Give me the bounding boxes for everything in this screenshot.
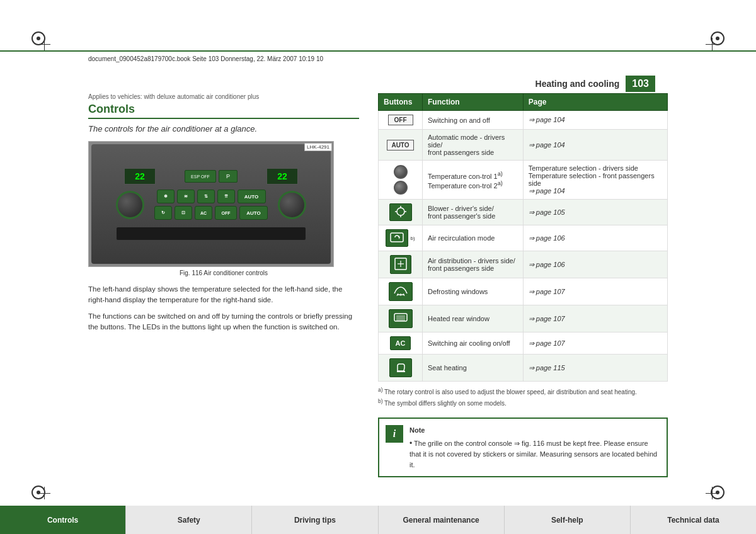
page-number: 103 — [626, 76, 655, 92]
nav-item-general-maintenance[interactable]: General maintenance — [379, 506, 505, 534]
page-cell-off: page 104 — [523, 111, 667, 130]
table-row: AUTO Automatic mode - drivers side/front… — [379, 130, 668, 161]
top-border-line — [0, 50, 756, 52]
button-cell-recirculation: b) — [379, 225, 423, 251]
body-paragraph-2: The functions can be switched on and off… — [88, 311, 359, 333]
reg-mark-tl — [32, 31, 45, 45]
ac-btn-auto2: AUTO — [239, 206, 268, 220]
ac-btn-off: OFF — [215, 206, 237, 220]
nav-item-safety[interactable]: Safety — [126, 506, 252, 534]
table-header-row: Buttons Function Page — [379, 94, 668, 111]
off-button-icon: OFF — [388, 115, 413, 125]
seat-heating-icon — [389, 358, 412, 377]
function-cell-distribution: Air distribution - drivers side/front pa… — [423, 251, 524, 278]
ac-image-container: 22 ESP OFF P 22 ❄ ≋ ⇅ ⇈ AUTO ↻ — [88, 141, 359, 267]
page-cell-temp: Temperature selection - drivers side Tem… — [523, 161, 667, 200]
function-cell-recirculation: Air recirculation mode — [423, 225, 524, 251]
defrost-icon — [389, 282, 413, 301]
page-cell-seat: page 115 — [523, 355, 667, 382]
button-cell-auto: AUTO — [379, 130, 423, 161]
function-cell-temp: Temperature con-trol 1a) Temperature con… — [423, 161, 524, 200]
temp-page-ref: page 104 — [529, 187, 565, 195]
table-row: b) Air recirculation mode page 106 — [379, 225, 668, 251]
function-cell-ac: Switching air cooling on/off — [423, 332, 524, 355]
function-cell-blower: Blower - driver's side/front passenger's… — [423, 200, 524, 225]
nav-item-driving-tips[interactable]: Driving tips — [252, 506, 378, 534]
document-info: document_0900452a8179700c.book Seite 103… — [88, 55, 323, 62]
recirculation-icon — [386, 229, 408, 247]
ac-right-display: 22 — [266, 168, 298, 185]
page-cell-recirculation: page 106 — [523, 225, 667, 251]
table-row: OFF Switching on and off page 104 — [379, 111, 668, 130]
ac-center-buttons: ❄ ≋ ⇅ ⇈ AUTO ↻ ⊡ AC OFF AUTO — [148, 190, 274, 220]
reg-mark-bl — [32, 486, 45, 499]
page-cell-ac: page 107 — [523, 332, 667, 355]
page-cell-distribution: page 106 — [523, 251, 667, 278]
page-cell-rear-window: page 107 — [523, 305, 667, 332]
page-header: Heating and cooling 103 — [536, 76, 655, 92]
nav-item-technical-data[interactable]: Technical data — [631, 506, 756, 534]
button-cell-distribution — [379, 251, 423, 278]
temp-function-2: Temperature selection - front passengers… — [529, 172, 662, 187]
page-cell-blower: page 105 — [523, 200, 667, 225]
features-table: Buttons Function Page OFF Switching on a… — [378, 93, 668, 382]
ac-right-knob — [278, 191, 306, 219]
ac-btn-3: ⇅ — [197, 190, 215, 203]
button-cell-blower — [379, 200, 423, 225]
function-cell-rear-window: Heated rear window — [423, 305, 524, 332]
ac-btn-ac: AC — [195, 206, 212, 220]
page-cell-auto: page 104 — [523, 130, 667, 161]
note-title: Note — [410, 425, 660, 436]
reg-mark-br — [711, 486, 724, 499]
ac-left-knob — [116, 191, 144, 219]
blower-icon — [389, 203, 412, 221]
ac-btn-6: ⊡ — [175, 206, 192, 220]
note-box: i Note • The grille on the control conso… — [378, 418, 668, 478]
temp-control-icons — [394, 165, 408, 195]
svg-rect-5 — [391, 233, 403, 242]
bottom-navigation: Controls Safety Driving tips General mai… — [0, 506, 756, 534]
button-cell-off: OFF — [379, 111, 423, 130]
table-row: Temperature con-trol 1a) Temperature con… — [379, 161, 668, 200]
ac-top-row: 22 ESP OFF P 22 — [124, 168, 298, 185]
body-paragraph-1: The left-hand display shows the temperat… — [88, 284, 359, 306]
button-cell-rear-window — [379, 305, 423, 332]
table-row: Heated rear window page 107 — [379, 305, 668, 332]
nav-item-controls[interactable]: Controls — [0, 506, 126, 534]
function-cell-off: Switching on and off — [423, 111, 524, 130]
ac-left-display: 22 — [124, 168, 156, 185]
ac-btn-2: ≋ — [177, 190, 195, 203]
temp-control-2-label: Temperature con-trol 2a) — [428, 180, 518, 190]
button-cell-defrost — [379, 278, 423, 305]
button-cell-ac: AC — [379, 332, 423, 355]
footnote-b: b) The symbol differs slightly on some m… — [378, 398, 668, 408]
temp-control-1-label: Temperature con-trol 1a) — [428, 171, 518, 180]
col-header-page: Page — [523, 94, 667, 111]
nav-item-self-help[interactable]: Self-help — [505, 506, 631, 534]
table-row: Seat heating page 115 — [379, 355, 668, 382]
knob-icon-1 — [394, 165, 408, 179]
svg-marker-6 — [399, 236, 400, 239]
knob-icon-2 — [394, 181, 408, 195]
footnotes: a) The rotary control is also used to ad… — [378, 387, 668, 409]
note-content: Note • The grille on the control console… — [410, 425, 660, 470]
ac-p-button: P — [219, 170, 238, 183]
footnote-a: a) The rotary control is also used to ad… — [378, 387, 668, 397]
ac-btn-auto: AUTO — [238, 190, 266, 203]
right-content-area: Buttons Function Page OFF Switching on a… — [378, 93, 668, 477]
note-text: • The grille on the control console ⇒ fi… — [410, 438, 660, 470]
section-title: Controls — [88, 103, 359, 119]
page-cell-defrost: page 107 — [523, 278, 667, 305]
function-cell-defrost: Defrosting windows — [423, 278, 524, 305]
distribution-icon — [390, 255, 411, 274]
ac-panel-graphic: 22 ESP OFF P 22 ❄ ≋ ⇅ ⇈ AUTO ↻ — [91, 144, 331, 264]
ac-image: 22 ESP OFF P 22 ❄ ≋ ⇅ ⇈ AUTO ↻ — [88, 141, 334, 267]
section-subtitle: The controls for the air conditioner at … — [88, 124, 359, 134]
col-header-buttons: Buttons — [379, 94, 423, 111]
rear-window-icon — [389, 309, 413, 328]
table-row: Air distribution - drivers side/front pa… — [379, 251, 668, 278]
auto-button-icon: AUTO — [387, 140, 413, 151]
col-header-function: Function — [423, 94, 524, 111]
body-text: The left-hand display shows the temperat… — [88, 284, 359, 332]
ac-button-icon: AC — [390, 336, 411, 350]
